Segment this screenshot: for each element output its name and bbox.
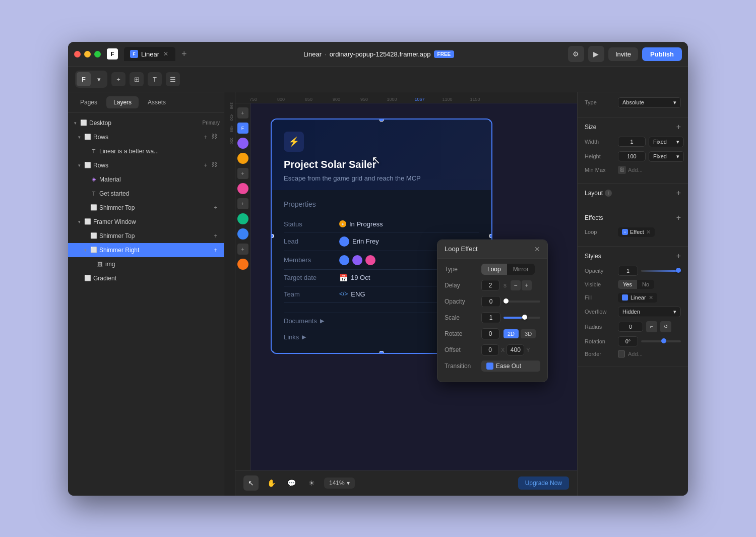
framer-tool-button[interactable]: F xyxy=(77,72,91,86)
tab-linear[interactable]: F Linear ✕ xyxy=(124,47,175,61)
height-mode-dropdown[interactable]: Fixed ▾ xyxy=(649,151,684,162)
component-button[interactable]: ⊞ xyxy=(130,72,144,86)
radius-input[interactable] xyxy=(618,322,643,332)
rotate-2d-button[interactable]: 2D xyxy=(503,329,519,338)
opacity-input[interactable] xyxy=(618,266,638,276)
opacity-slider[interactable] xyxy=(503,301,540,303)
side-button-4[interactable]: + xyxy=(237,244,248,255)
settings-button[interactable]: ⚙ xyxy=(568,46,584,62)
overflow-dropdown[interactable]: Hidden ▾ xyxy=(618,307,681,317)
layer-material[interactable]: ▾ ◈ Material xyxy=(68,172,224,187)
visible-toggle[interactable]: Yes No xyxy=(618,280,654,289)
rotate-input[interactable] xyxy=(481,328,499,339)
fill-tag[interactable]: Linear ✕ xyxy=(618,293,657,303)
effects-tag[interactable]: + Effect ✕ xyxy=(618,227,655,237)
layer-rows1[interactable]: ▾ ⬜ Rows + ⛓ xyxy=(68,130,224,144)
layout-add-button[interactable]: + xyxy=(676,189,681,198)
layer-shimmer-top-1[interactable]: ▾ ⬜ Shimmer Top + xyxy=(68,201,224,215)
side-button-3[interactable]: + xyxy=(237,198,248,209)
opacity-thumb[interactable] xyxy=(676,268,681,273)
add-layer-button[interactable]: + xyxy=(212,246,220,254)
add-layer-button[interactable]: + xyxy=(202,133,210,141)
side-button-2[interactable]: + xyxy=(237,168,248,179)
side-button-1[interactable]: F xyxy=(237,123,248,134)
delay-decrease-button[interactable]: − xyxy=(511,280,521,290)
link-button[interactable]: ⛓ xyxy=(212,133,220,141)
radius-refresh-button[interactable]: ↺ xyxy=(660,321,671,332)
delay-input[interactable] xyxy=(481,280,499,291)
selection-handle-ml[interactable] xyxy=(271,234,274,238)
tool-dropdown[interactable]: ▾ xyxy=(92,72,106,86)
comment-tool[interactable]: 💬 xyxy=(284,475,299,491)
width-mode-dropdown[interactable]: Fixed ▾ xyxy=(649,137,684,147)
mirror-button[interactable]: Mirror xyxy=(507,264,535,275)
height-input[interactable] xyxy=(618,151,646,161)
selection-handle-bl[interactable] xyxy=(271,351,274,354)
layer-shimmer-right[interactable]: ▾ ⬜ Shimmer Right + xyxy=(68,243,224,257)
rotation-slider[interactable] xyxy=(641,340,681,342)
rotation-input[interactable] xyxy=(618,336,638,346)
offset-y-input[interactable] xyxy=(507,344,524,355)
text-button[interactable]: T xyxy=(148,72,162,86)
tab-assets[interactable]: Assets xyxy=(141,96,173,108)
selection-handle-mr[interactable] xyxy=(489,234,492,238)
effect-remove-button[interactable]: ✕ xyxy=(646,229,651,235)
offset-x-input[interactable] xyxy=(481,344,499,355)
invite-button[interactable]: Invite xyxy=(608,47,638,61)
fill-remove-button[interactable]: ✕ xyxy=(649,294,653,301)
delay-increase-button[interactable]: + xyxy=(522,280,532,290)
add-layer-button[interactable]: + xyxy=(212,232,220,240)
transition-button[interactable]: Ease Out xyxy=(481,361,540,372)
layer-get-started[interactable]: ▾ T Get started xyxy=(68,187,224,201)
publish-button[interactable]: Publish xyxy=(642,47,682,61)
zoom-control[interactable]: 141% ▾ xyxy=(324,478,355,489)
layer-framer-window[interactable]: ▾ ⬜ Framer Window xyxy=(68,215,224,229)
upgrade-button[interactable]: Upgrade Now xyxy=(518,476,569,490)
selection-handle-tm[interactable] xyxy=(380,118,384,122)
effects-add-button[interactable]: + xyxy=(676,213,681,222)
stack-button[interactable]: ☰ xyxy=(166,72,180,86)
tab-close-button[interactable]: ✕ xyxy=(162,50,169,57)
close-button[interactable] xyxy=(74,51,81,57)
modal-close-button[interactable]: ✕ xyxy=(534,245,540,253)
hand-tool[interactable]: ✋ xyxy=(264,475,279,491)
layer-shimmer-top-2[interactable]: ▾ ⬜ Shimmer Top + xyxy=(68,229,224,243)
layer-linear-text[interactable]: ▾ T Linear is a better wa... xyxy=(68,144,224,158)
styles-add-button[interactable]: + xyxy=(676,252,681,261)
selection-handle-tr[interactable] xyxy=(489,118,492,122)
layer-img[interactable]: ▾ 🖼 img xyxy=(68,257,224,271)
rotation-thumb[interactable] xyxy=(661,338,666,343)
loop-button[interactable]: Loop xyxy=(481,264,507,275)
layer-gradient[interactable]: ▾ ⬜ Gradient xyxy=(68,271,224,285)
tab-pages[interactable]: Pages xyxy=(73,96,104,108)
type-dropdown[interactable]: Absolute ▾ xyxy=(618,97,681,108)
side-add-button[interactable]: + xyxy=(237,107,248,118)
preview-button[interactable]: ▶ xyxy=(588,46,604,62)
size-add-button[interactable]: + xyxy=(676,123,681,132)
layer-desktop[interactable]: ▾ ⬜ Desktop Primary xyxy=(68,116,224,130)
maximize-button[interactable] xyxy=(94,51,101,57)
canvas-area[interactable]: 750 800 850 900 950 1000 1067 1100 1150 … xyxy=(224,92,577,496)
select-tool[interactable]: ↖ xyxy=(243,475,259,491)
scale-input[interactable] xyxy=(481,312,500,323)
selection-handle-tl[interactable] xyxy=(271,118,274,122)
minimize-button[interactable] xyxy=(84,51,91,57)
visible-yes-button[interactable]: Yes xyxy=(618,280,637,289)
add-layer-button[interactable]: + xyxy=(212,204,220,212)
type-toggle[interactable]: Loop Mirror xyxy=(481,264,535,275)
add-layer-button[interactable]: + xyxy=(202,161,210,169)
new-tab-button[interactable]: + xyxy=(178,48,190,59)
scale-slider[interactable] xyxy=(503,317,540,319)
add-button[interactable]: + xyxy=(111,72,125,86)
opacity-slider[interactable] xyxy=(641,270,681,272)
width-input[interactable] xyxy=(618,137,646,147)
link-button[interactable]: ⛓ xyxy=(212,161,220,169)
layer-rows2[interactable]: ▾ ⬜ Rows + ⛓ xyxy=(68,158,224,172)
selection-handle-bm[interactable] xyxy=(380,351,384,354)
brightness-tool[interactable]: ☀ xyxy=(304,475,319,491)
radius-corner-button[interactable]: ⌐ xyxy=(646,321,657,332)
visible-no-button[interactable]: No xyxy=(637,280,654,289)
rotate-3d-button[interactable]: 3D xyxy=(521,329,536,338)
tab-layers[interactable]: Layers xyxy=(106,96,139,108)
opacity-input[interactable] xyxy=(481,296,500,307)
